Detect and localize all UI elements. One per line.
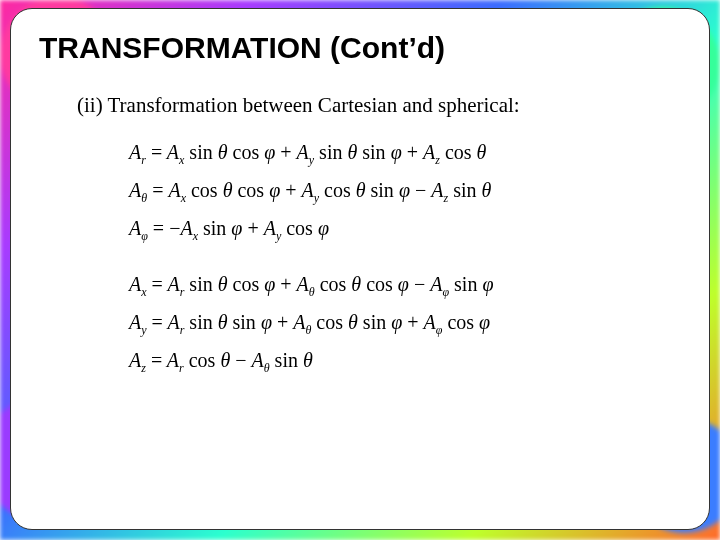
- item-heading: (ii) Transformation between Cartesian an…: [77, 93, 681, 118]
- slide-card: TRANSFORMATION (Cont’d) (ii) Transformat…: [10, 8, 710, 530]
- slide-title: TRANSFORMATION (Cont’d): [39, 31, 681, 65]
- equation-block: Ar = Ax sin θ cos φ + Ay sin θ sin φ + A…: [129, 142, 681, 374]
- equation-ay: Ay = Ar sin θ sin φ + Aθ cos θ sin φ + A…: [129, 312, 681, 336]
- equation-aphi: Aφ = −Ax sin φ + Ay cos φ: [129, 218, 681, 242]
- equation-atheta: Aθ = Ax cos θ cos φ + Ay cos θ sin φ − A…: [129, 180, 681, 204]
- equation-ax: Ax = Ar sin θ cos φ + Aθ cos θ cos φ − A…: [129, 274, 681, 298]
- equation-ar: Ar = Ax sin θ cos φ + Ay sin θ sin φ + A…: [129, 142, 681, 166]
- equation-az: Az = Ar cos θ − Aθ sin θ: [129, 350, 681, 374]
